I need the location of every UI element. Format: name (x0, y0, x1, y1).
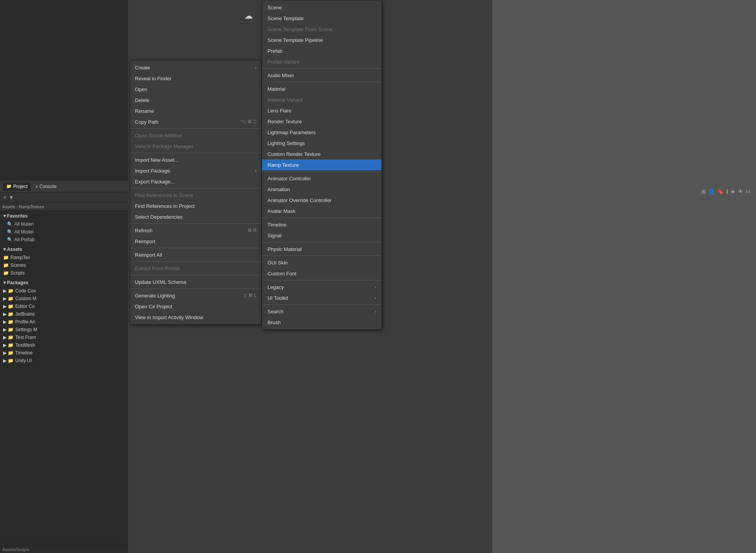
cm-item-viewimport[interactable]: View in Import Activity Window (130, 312, 261, 323)
cm-item-updateuxml[interactable]: Update UXML Schema (130, 276, 261, 287)
cm-item-importpkg[interactable]: Import Package › (130, 165, 261, 176)
cm-right-scene-template-pipeline[interactable]: Scene Template Pipeline (262, 35, 381, 45)
cm-genlighting-label: Generate Lighting (135, 293, 175, 299)
cm-right-lighting-settings[interactable]: Lighting Settings (262, 138, 381, 149)
cm-right-prefab[interactable]: Prefab (262, 45, 381, 56)
cm-right-animation[interactable]: Animation (262, 184, 381, 195)
search-icon-materials: 🔍 (7, 221, 13, 227)
cm-right-avatar-mask[interactable]: Avatar Mask (262, 206, 381, 216)
info-icon[interactable]: ℹ (726, 188, 728, 195)
cm-right-search[interactable]: Search › (262, 306, 381, 317)
cm-item-reimport[interactable]: Reimport (130, 236, 261, 247)
cm-right-ramp-texture[interactable]: Ramp Texture (262, 159, 381, 170)
cm-item-rename[interactable]: Rename (130, 105, 261, 116)
cm-right-scene-template-from-scene: Scene Template From Scene (262, 24, 381, 35)
profilean-label: Profile An (15, 319, 35, 325)
cm-item-reveal[interactable]: Reveal in Finder (130, 73, 261, 84)
sidebar-item-all-materials[interactable]: 🔍 All Materi (0, 220, 128, 228)
cm-item-findrefs-project[interactable]: Find References In Project (130, 200, 261, 211)
sidebar-folder-testfram[interactable]: ▶ 📁 Test Fram (0, 334, 128, 341)
cm-right-legacy[interactable]: Legacy › (262, 282, 381, 292)
favorites-triangle: ▼ (2, 213, 7, 219)
eye-icon[interactable]: 👁 (738, 188, 743, 195)
cm-item-copypath[interactable]: Copy Path ⌥ ⌘ C (130, 116, 261, 127)
assets-header[interactable]: ▼ Assets (0, 245, 128, 254)
cm-right-timeline[interactable]: Timeline (262, 219, 381, 230)
cm-item-open[interactable]: Open (130, 84, 261, 95)
cm-item-openscene: Open Scene Additive (130, 130, 261, 141)
cm-right-uitoolkit-arrow: › (375, 296, 376, 300)
cm-sep-7 (130, 275, 261, 275)
cm-item-delete[interactable]: Delete (130, 95, 261, 105)
cm-right-signal[interactable]: Signal (262, 230, 381, 241)
cm-right-lens-flare[interactable]: Lens Flare (262, 105, 381, 116)
cm-item-reimportall[interactable]: Reimport All (130, 249, 261, 260)
cm-right-material[interactable]: Material (262, 83, 381, 94)
cm-right-materialvariant-label: Material Variant (268, 97, 302, 103)
cm-right-brush[interactable]: Brush (262, 317, 381, 328)
sidebar-folder-codecov[interactable]: ▶ 📁 Code Cov (0, 287, 128, 295)
sidebar-item-all-prefabs[interactable]: 🔍 All Prefab (0, 236, 128, 244)
cm-updateuxml-label: Update UXML Schema (135, 279, 186, 285)
sidebar-folder-customm[interactable]: ▶ 📁 Custom M (0, 295, 128, 302)
cm-item-refresh[interactable]: Refresh ⌘ R (130, 225, 261, 236)
cm-right-ui-toolkit[interactable]: UI Toolkit › (262, 292, 381, 303)
cm-item-opencsharp[interactable]: Open C# Project (130, 301, 261, 312)
cm-right-animator-override[interactable]: Animator Override Controller (262, 195, 381, 206)
sidebar-folder-textmesh[interactable]: ▶ 📁 TextMesh (0, 341, 128, 349)
cm-item-importnew[interactable]: Import New Asset... (130, 154, 261, 165)
breadcrumb-ramptexture[interactable]: RampTexture (19, 204, 44, 209)
cm-item-selectdeps[interactable]: Select Dependencies (130, 211, 261, 222)
cm-right-render-texture[interactable]: Render Texture (262, 116, 381, 127)
cm-right-audio-mixer[interactable]: Audio Mixer (262, 70, 381, 81)
account-icon[interactable]: 👤 (708, 188, 715, 195)
sidebar-folder-editorcol[interactable]: ▶ 📁 Editor Co (0, 302, 128, 310)
sidebar-folder-settingsm[interactable]: ▶ 📁 Settings M (0, 326, 128, 334)
tab-console[interactable]: ≡ Console (32, 182, 59, 191)
breadcrumb-sep1: › (16, 204, 18, 209)
all-models-label: All Model (14, 229, 33, 235)
breadcrumb-assets[interactable]: Assets (2, 204, 15, 209)
cm-item-create[interactable]: Create › (130, 62, 261, 73)
cm-copypath-label: Copy Path (135, 119, 159, 125)
cm-right-lightmap-params[interactable]: Lightmap Parameters (262, 127, 381, 138)
tab-project[interactable]: 📁 Project (3, 182, 31, 191)
dropdown-button[interactable]: ▾ (9, 193, 14, 202)
star-icon[interactable]: ★ (730, 188, 735, 195)
cm-right-timeline-label: Timeline (268, 222, 287, 228)
cm-item-genlighting[interactable]: Generate Lighting ⇧ ⌘ L (130, 290, 261, 301)
cm-right-gui-skin[interactable]: GUI Skin (262, 257, 381, 268)
add-button[interactable]: + (2, 193, 7, 202)
sidebar-folder-scenes[interactable]: 📁 Scenes (0, 261, 128, 269)
cm-create-arrow: › (255, 65, 257, 70)
cm-right-custom-render-texture[interactable]: Custom Render Texture (262, 149, 381, 159)
packages-header[interactable]: ▼ Packages (0, 278, 128, 287)
sidebar-folder-unityui[interactable]: ▶ 📁 Unity UI (0, 357, 128, 365)
sidebar-folder-timeline[interactable]: ▶ 📁 Timeline (0, 349, 128, 357)
cm-right-legacy-arrow: › (375, 285, 376, 289)
cm-right-physic-material[interactable]: Physic Material (262, 244, 381, 254)
cm-right-animator-controller[interactable]: Animator Controller (262, 173, 381, 184)
cm-right-brush-label: Brush (268, 320, 281, 325)
cm-right-sep-3 (262, 171, 381, 172)
cm-right-scene-template[interactable]: Scene Template (262, 13, 381, 24)
ramptex-label: RampTex (10, 255, 30, 260)
sidebar-folder-jetbrains[interactable]: ▶ 📁 JetBrains (0, 310, 128, 318)
cm-right-sep-5 (262, 242, 381, 242)
cm-right-scene[interactable]: Scene (262, 2, 381, 13)
favorites-section: ▼ Favorites 🔍 All Materi 🔍 All Model 🔍 A… (0, 211, 128, 244)
sidebar-item-all-models[interactable]: 🔍 All Model (0, 228, 128, 236)
cm-right-sep-2 (262, 82, 381, 82)
search-icon-prefabs: 🔍 (7, 237, 13, 242)
cm-right-sep-7 (262, 280, 381, 280)
sidebar-folder-profilean[interactable]: ▶ 📁 Profile An (0, 318, 128, 326)
cm-right-sep-4 (262, 218, 381, 218)
sidebar-folder-scripts[interactable]: 📁 Scripts (0, 269, 128, 277)
sidebar-folder-ramptex[interactable]: 📁 RampTex (0, 254, 128, 261)
layout-icon[interactable]: ⊞ (701, 188, 706, 195)
favorites-header[interactable]: ▼ Favorites (0, 212, 128, 220)
cm-right-custom-font[interactable]: Custom Font (262, 268, 381, 279)
bookmark-icon[interactable]: 🔖 (717, 188, 724, 195)
cm-sep-8 (130, 289, 261, 289)
cm-item-exportpkg[interactable]: Export Package... (130, 176, 261, 187)
